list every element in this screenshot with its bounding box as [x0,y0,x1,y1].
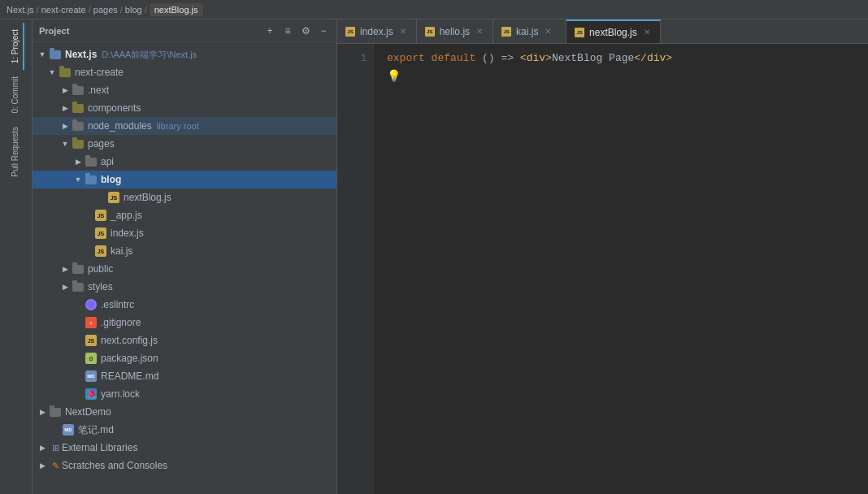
tree-item-index-js[interactable]: JS index.js [33,224,336,242]
tree-arrow-components [59,102,72,115]
tree-item-nextblog-js[interactable]: JS nextBlog.js [33,188,336,206]
tree-item-app-js[interactable]: JS _app.js [33,206,336,224]
breadcrumb-item-blog[interactable]: blog [125,5,142,15]
md-icon-notes: MD [62,423,75,436]
tree-label-next-config: next.config.js [101,335,158,346]
tab-label-hello: hello.js [440,26,470,37]
git-icon: g [85,316,98,329]
tab-index-js[interactable]: JS index.js ✕ [337,20,417,43]
tree-item-scratches[interactable]: ✎ Scratches and Consoles [33,457,336,474]
tree-arrow-next-create [46,66,59,79]
breadcrumb-item-next-create[interactable]: next-create [41,5,86,15]
js-icon-app: JS [94,209,107,222]
tree-item-next-hidden[interactable]: .next [33,81,336,99]
side-strip-pr[interactable]: Pull Requests [7,120,24,184]
tree-arrow-leaf-yarn [72,388,85,401]
tab-nextblog-js[interactable]: JS nextBlog.js ✕ [566,20,661,43]
scratches-icon: ✎ [49,459,62,472]
tree-arrow-leaf-eslint [72,298,85,311]
folder-icon-api [85,155,98,168]
ext-libs-icon: ⊞ [49,441,62,454]
tree-arrow-leaf-pkg [72,352,85,365]
tree-item-eslintrc[interactable]: .eslintrc [33,296,336,314]
tree-item-gitignore[interactable]: g .gitignore [33,314,336,332]
tree-item-api[interactable]: api [33,153,336,171]
js-icon-index: JS [94,227,107,240]
tree-item-public[interactable]: public [33,260,336,278]
tab-label-index: index.js [360,26,393,37]
js-icon-config: JS [85,334,98,347]
tab-close-index[interactable]: ✕ [398,25,408,37]
folder-icon-components [72,102,85,115]
breadcrumb-item-nextjs[interactable]: Next.js [7,5,34,15]
kw-paren: () [482,50,501,67]
tree-item-nextjs[interactable]: Next.js D:\AAA前端学习\Next.js [33,46,336,63]
tree-item-node-modules[interactable]: node_modules library root [33,117,336,135]
code-line-2: 💡 [387,67,855,84]
tab-close-hello[interactable]: ✕ [475,25,484,37]
tree-label-app-js: _app.js [111,210,142,221]
side-strip-commit[interactable]: 0: Commit [7,70,24,120]
tree-item-blog[interactable]: blog [33,171,336,188]
minimize-button[interactable]: − [317,24,330,37]
yarn-icon: 🧶 [85,388,98,401]
breadcrumb-item-nextblog[interactable]: nextBlog.js [150,3,203,16]
tree-hint-node-modules: library root [157,121,199,131]
tab-kai-js[interactable]: JS kai.js ✕ [493,20,566,43]
tree-item-next-create[interactable]: next-create [33,63,336,81]
tab-js-icon-index: JS [345,27,355,37]
tab-js-icon-nextblog: JS [575,28,584,37]
tree-arrow-scratches [36,459,49,472]
tree-arrow-leaf-readme [72,370,85,383]
kw-tagname-div: div [527,50,545,67]
file-tree: Next.js D:\AAA前端学习\Next.js next-create [33,42,336,494]
tab-close-kai[interactable]: ✕ [543,25,553,37]
tree-item-next-config[interactable]: JS next.config.js [33,332,336,349]
folder-icon-node-modules [72,119,85,132]
line-num-1: 1 [361,50,367,67]
tree-item-nextdemo[interactable]: NextDemo [33,403,336,421]
tab-hello-js[interactable]: JS hello.js ✕ [417,20,493,43]
tree-item-notes-md[interactable]: MD 笔记.md [33,421,336,439]
breadcrumb-item-pages[interactable]: pages [93,5,118,15]
tree-arrow-leaf-kai [81,245,94,258]
eslint-icon [85,298,98,311]
tree-label-nextjs: Next.js [65,49,97,60]
lightbulb-icon[interactable]: 💡 [387,68,401,84]
kw-default: default [432,50,482,67]
folder-icon-next-create [59,66,72,79]
tree-arrow-ext-libs [36,441,49,454]
tree-item-pages[interactable]: pages [33,135,336,153]
tree-arrow-public [59,262,72,275]
tree-arrow-leaf-git [72,316,85,329]
side-strip-project[interactable]: 1: Project [7,23,24,70]
panel-actions: + ≡ ⚙ − [263,24,330,37]
tree-arrow-pages [59,137,72,150]
add-button[interactable]: + [263,24,276,37]
tree-item-readme[interactable]: MD README.md [33,367,336,385]
tree-label-ext-libs: External Libraries [62,442,137,453]
tree-label-gitignore: .gitignore [101,317,141,328]
layout-button[interactable]: ≡ [281,24,294,37]
tree-label-package-json: package.json [101,353,158,364]
tree-item-kai-js[interactable]: JS kai.js [33,242,336,260]
tree-arrow-leaf-notes [49,423,62,436]
tree-arrow-nextdemo [36,405,49,418]
tree-label-scratches: Scratches and Consoles [62,460,167,471]
tree-item-components[interactable]: components [33,99,336,117]
tree-arrow-leaf-config [72,334,85,347]
folder-icon-nextjs [49,48,62,61]
settings-button[interactable]: ⚙ [299,24,312,37]
tree-item-yarn-lock[interactable]: 🧶 yarn.lock [33,385,336,403]
tree-arrow-leaf-app [81,209,94,222]
tree-hint-nextjs: D:\AAA前端学习\Next.js [102,49,197,61]
tab-close-nextblog[interactable]: ✕ [642,26,652,38]
tree-item-styles[interactable]: styles [33,278,336,296]
tree-item-ext-libs[interactable]: ⊞ External Libraries [33,439,336,457]
tree-label-public: public [88,263,113,275]
tree-label-node-modules: node_modules [88,120,152,132]
folder-icon-styles [72,280,85,293]
code-line-1: export default () => < div > NextBlog Pa… [387,50,855,67]
code-area[interactable]: export default () => < div > NextBlog Pa… [374,44,868,494]
tree-item-package-json[interactable]: {} package.json [33,349,336,367]
